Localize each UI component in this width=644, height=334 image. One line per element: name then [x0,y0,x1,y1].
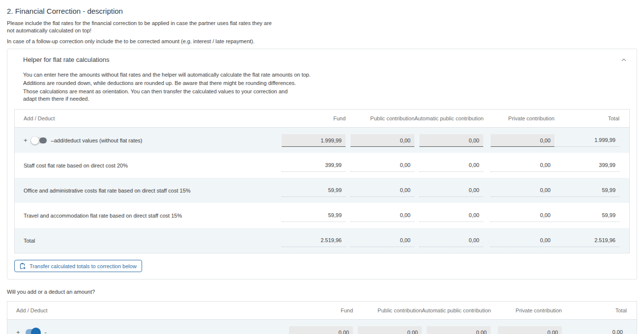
private-contribution-value: 0,00 [491,159,555,172]
total-value: 2.519,96 [556,234,619,247]
row-label: Office and administrative costs flat rat… [24,188,191,194]
add-deduct-toggle[interactable] [26,329,39,334]
col-header-add-deduct: Add / Deduct [16,307,284,313]
helper-panel-title: Helper for flat rate calculations [23,56,110,63]
input-row-label: –add/deduct values (without flat rates) [51,138,143,143]
table-row-office-admin: Office and administrative costs flat rat… [15,178,629,203]
intro-text-2: In case of a follow-up correction only i… [7,38,637,45]
private-contribution-value: 0,00 [491,184,555,197]
col-header-public-contribution: Public contribution [346,115,414,121]
col-header-fund: Fund [284,307,353,313]
helper-panel-header: Helper for flat rate calculations [14,55,630,64]
row-label: Total [24,238,35,244]
collapse-panel-button[interactable] [620,56,628,64]
col-header-total: Total [555,115,619,121]
row-label: Travel and accommodation flat rate based… [24,213,182,219]
helper-private-contribution-input[interactable] [491,134,555,147]
col-header-automatic-public-contribution: Automatic public contribution [414,115,483,121]
helper-row-total-value: 1.999,99 [556,134,619,147]
col-header-public-contribution: Public contribution [353,307,422,313]
add-deduct-question: Will you add or a deduct an amount? [7,289,637,295]
public-contribution-value: 0,00 [351,159,414,172]
total-value: 59,99 [556,209,619,222]
private-contribution-value: 0,00 [491,209,555,222]
transfer-totals-button[interactable]: Transfer calculated totals to correction… [14,260,142,272]
helper-automatic-public-contribution-input[interactable] [419,134,483,147]
fund-value: 399,99 [282,159,346,172]
helper-table-header: Add / Deduct Fund Public contribution Au… [15,110,629,128]
total-value: 59,99 [556,184,619,197]
correction-private-contribution-input[interactable] [498,326,562,334]
automatic-public-contribution-value: 0,00 [419,209,483,222]
transfer-totals-button-label: Transfer calculated totals to correction… [29,263,137,269]
col-header-private-contribution: Private contribution [483,115,555,121]
helper-panel: Helper for flat rate calculations You ca… [7,49,637,279]
fund-value: 59,99 [282,184,346,197]
private-contribution-value: 0,00 [491,234,555,247]
public-contribution-value: 0,00 [351,209,414,222]
correction-input-row: + - 0,00 [7,320,637,334]
helper-instructions: You can enter here the amounts without f… [23,71,630,103]
public-contribution-value: 0,00 [351,234,414,247]
correction-fund-input[interactable] [289,326,353,334]
helper-input-row: + –add/deduct values (without flat rates… [15,128,629,153]
table-row-total: Total 2.519,96 0,00 0,00 0,00 2.519,96 [15,228,629,253]
fund-value: 59,99 [282,209,346,222]
total-value: 399,99 [556,159,619,172]
automatic-public-contribution-value: 0,00 [419,184,483,197]
col-header-private-contribution: Private contribution [491,307,562,313]
helper-public-contribution-input[interactable] [351,134,414,147]
toggle-thumb [31,328,41,334]
correction-table: Add / Deduct Fund Public contribution Au… [7,301,637,334]
row-label: Staff cost flat rate based on direct cos… [24,163,128,168]
correction-row-total-value: 0,00 [563,326,627,334]
col-header-add-deduct: Add / Deduct [24,115,277,121]
financial-correction-page: 2. Financial Correction - description Pl… [0,0,644,334]
plus-sign: + [24,137,28,144]
page-title: 2. Financial Correction - description [7,7,637,15]
col-header-automatic-public-contribution: Automatic public contribution [422,307,491,313]
col-header-total: Total [562,307,627,313]
col-header-fund: Fund [277,115,346,121]
table-row-staff-cost: Staff cost flat rate based on direct cos… [15,153,629,178]
chevron-up-icon [621,57,627,63]
clipboard-arrow-icon [19,262,26,270]
helper-table: Add / Deduct Fund Public contribution Au… [14,109,630,253]
helper-instruction-1: You can enter here the amounts without f… [23,71,630,79]
minus-sign: - [45,329,47,334]
correction-automatic-public-contribution-input[interactable] [427,326,491,334]
table-row-travel-accommodation: Travel and accommodation flat rate based… [15,203,629,228]
fund-value: 2.519,96 [282,234,346,247]
correction-table-header: Add / Deduct Fund Public contribution Au… [7,302,637,320]
intro-text-1: Please include the flat rates for the fi… [7,20,280,34]
automatic-public-contribution-value: 0,00 [419,159,483,172]
helper-instruction-3: Those calculations are meant as orientat… [23,88,291,103]
correction-public-contribution-input[interactable] [358,326,422,334]
helper-instruction-2: Additions are rounded down, while deduct… [23,80,630,87]
automatic-public-contribution-value: 0,00 [419,234,483,247]
public-contribution-value: 0,00 [351,184,414,197]
helper-fund-input[interactable] [282,134,346,147]
plus-sign: + [16,329,20,334]
toggle-dark-segment [39,138,47,143]
add-deduct-toggle[interactable] [31,137,47,144]
toggle-thumb [31,137,39,144]
